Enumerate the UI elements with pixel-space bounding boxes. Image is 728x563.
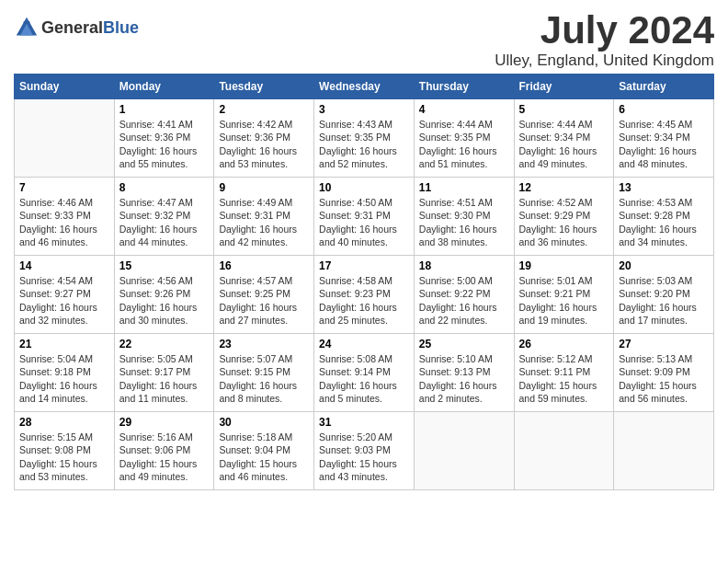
day-number: 1 [119,103,210,116]
day-cell: 20Sunrise: 5:03 AM Sunset: 9:20 PM Dayli… [614,256,714,334]
day-info: Sunrise: 4:58 AM Sunset: 9:23 PM Dayligh… [319,274,409,327]
day-info: Sunrise: 5:20 AM Sunset: 9:03 PM Dayligh… [319,431,409,483]
location-title: Ulley, England, United Kingdom [495,52,714,70]
header-row: SundayMondayTuesdayWednesdayThursdayFrid… [15,75,714,99]
day-info: Sunrise: 4:54 AM Sunset: 9:27 PM Dayligh… [19,274,109,327]
day-info: Sunrise: 4:46 AM Sunset: 9:33 PM Dayligh… [19,196,109,248]
day-info: Sunrise: 5:01 AM Sunset: 9:21 PM Dayligh… [519,274,609,327]
day-number: 22 [119,338,210,350]
day-number: 2 [219,103,309,116]
day-info: Sunrise: 5:13 AM Sunset: 9:09 PM Dayligh… [619,352,709,405]
day-number: 7 [19,181,109,194]
day-cell: 5Sunrise: 4:44 AM Sunset: 9:34 PM Daylig… [514,99,614,178]
day-cell: 23Sunrise: 5:07 AM Sunset: 9:15 PM Dayli… [214,334,314,412]
day-number: 9 [219,181,309,194]
header-cell-saturday: Saturday [614,75,714,99]
day-cell: 4Sunrise: 4:44 AM Sunset: 9:35 PM Daylig… [414,99,514,178]
header: GeneralBlue July 2024 Ulley, England, Un… [14,9,714,70]
day-info: Sunrise: 4:57 AM Sunset: 9:25 PM Dayligh… [219,274,309,327]
day-number: 23 [219,338,309,350]
day-info: Sunrise: 4:44 AM Sunset: 9:34 PM Dayligh… [519,118,609,170]
day-number: 13 [619,181,709,194]
day-cell [414,412,514,490]
day-info: Sunrise: 5:08 AM Sunset: 9:14 PM Dayligh… [319,352,409,405]
day-cell [514,412,614,490]
day-number: 29 [119,416,210,429]
day-number: 16 [219,259,309,272]
day-info: Sunrise: 4:42 AM Sunset: 9:36 PM Dayligh… [219,118,309,170]
day-cell: 21Sunrise: 5:04 AM Sunset: 9:18 PM Dayli… [15,334,115,412]
day-number: 27 [619,338,709,350]
day-cell: 12Sunrise: 4:52 AM Sunset: 9:29 PM Dayli… [514,178,614,256]
day-cell: 10Sunrise: 4:50 AM Sunset: 9:31 PM Dayli… [314,178,415,256]
day-info: Sunrise: 4:56 AM Sunset: 9:26 PM Dayligh… [119,274,210,327]
day-cell: 13Sunrise: 4:53 AM Sunset: 9:28 PM Dayli… [614,178,714,256]
day-number: 10 [319,181,409,194]
day-cell [15,99,115,178]
day-number: 11 [419,181,509,194]
day-info: Sunrise: 5:10 AM Sunset: 9:13 PM Dayligh… [419,352,509,405]
day-cell: 29Sunrise: 5:16 AM Sunset: 9:06 PM Dayli… [114,412,214,490]
day-info: Sunrise: 4:41 AM Sunset: 9:36 PM Dayligh… [119,118,210,170]
day-info: Sunrise: 4:51 AM Sunset: 9:30 PM Dayligh… [419,196,509,248]
day-cell: 22Sunrise: 5:05 AM Sunset: 9:17 PM Dayli… [114,334,214,412]
day-info: Sunrise: 4:53 AM Sunset: 9:28 PM Dayligh… [619,196,709,248]
day-cell: 31Sunrise: 5:20 AM Sunset: 9:03 PM Dayli… [314,412,415,490]
day-cell: 1Sunrise: 4:41 AM Sunset: 9:36 PM Daylig… [114,99,214,178]
week-row-1: 1Sunrise: 4:41 AM Sunset: 9:36 PM Daylig… [15,99,714,178]
svg-rect-2 [24,21,30,24]
day-cell: 15Sunrise: 4:56 AM Sunset: 9:26 PM Dayli… [114,256,214,334]
day-number: 5 [519,103,609,116]
day-cell: 14Sunrise: 4:54 AM Sunset: 9:27 PM Dayli… [15,256,115,334]
day-info: Sunrise: 5:07 AM Sunset: 9:15 PM Dayligh… [219,352,309,405]
logo: GeneralBlue [14,15,139,40]
day-number: 17 [319,259,409,272]
day-cell: 17Sunrise: 4:58 AM Sunset: 9:23 PM Dayli… [314,256,415,334]
day-cell: 24Sunrise: 5:08 AM Sunset: 9:14 PM Dayli… [314,334,415,412]
day-number: 15 [119,259,210,272]
week-row-5: 28Sunrise: 5:15 AM Sunset: 9:08 PM Dayli… [15,412,714,490]
day-cell [614,412,714,490]
day-cell: 3Sunrise: 4:43 AM Sunset: 9:35 PM Daylig… [314,99,415,178]
day-info: Sunrise: 5:00 AM Sunset: 9:22 PM Dayligh… [419,274,509,327]
header-cell-sunday: Sunday [15,75,115,99]
day-info: Sunrise: 4:43 AM Sunset: 9:35 PM Dayligh… [319,118,409,170]
day-info: Sunrise: 5:18 AM Sunset: 9:04 PM Dayligh… [219,431,309,483]
day-cell: 9Sunrise: 4:49 AM Sunset: 9:31 PM Daylig… [214,178,314,256]
day-cell: 28Sunrise: 5:15 AM Sunset: 9:08 PM Dayli… [15,412,115,490]
day-cell: 7Sunrise: 4:46 AM Sunset: 9:33 PM Daylig… [15,178,115,256]
day-info: Sunrise: 4:52 AM Sunset: 9:29 PM Dayligh… [519,196,609,248]
calendar-table: SundayMondayTuesdayWednesdayThursdayFrid… [14,74,714,490]
day-info: Sunrise: 5:15 AM Sunset: 9:08 PM Dayligh… [19,431,109,483]
day-number: 26 [519,338,609,350]
day-number: 31 [319,416,409,429]
week-row-3: 14Sunrise: 4:54 AM Sunset: 9:27 PM Dayli… [15,256,714,334]
calendar-body: 1Sunrise: 4:41 AM Sunset: 9:36 PM Daylig… [15,99,714,490]
day-number: 30 [219,416,309,429]
day-number: 25 [419,338,509,350]
day-number: 14 [19,259,109,272]
day-number: 18 [419,259,509,272]
day-cell: 16Sunrise: 4:57 AM Sunset: 9:25 PM Dayli… [214,256,314,334]
day-cell: 11Sunrise: 4:51 AM Sunset: 9:30 PM Dayli… [414,178,514,256]
header-cell-friday: Friday [514,75,614,99]
day-number: 8 [119,181,210,194]
day-number: 20 [619,259,709,272]
week-row-2: 7Sunrise: 4:46 AM Sunset: 9:33 PM Daylig… [15,178,714,256]
day-info: Sunrise: 4:49 AM Sunset: 9:31 PM Dayligh… [219,196,309,248]
day-number: 19 [519,259,609,272]
day-info: Sunrise: 5:05 AM Sunset: 9:17 PM Dayligh… [119,352,210,405]
month-title: July 2024 [495,9,714,52]
day-cell: 30Sunrise: 5:18 AM Sunset: 9:04 PM Dayli… [214,412,314,490]
day-cell: 27Sunrise: 5:13 AM Sunset: 9:09 PM Dayli… [614,334,714,412]
day-info: Sunrise: 5:03 AM Sunset: 9:20 PM Dayligh… [619,274,709,327]
header-cell-monday: Monday [114,75,214,99]
day-cell: 26Sunrise: 5:12 AM Sunset: 9:11 PM Dayli… [514,334,614,412]
header-cell-wednesday: Wednesday [314,75,415,99]
day-number: 4 [419,103,509,116]
day-cell: 8Sunrise: 4:47 AM Sunset: 9:32 PM Daylig… [114,178,214,256]
day-number: 21 [19,338,109,350]
header-cell-thursday: Thursday [414,75,514,99]
day-info: Sunrise: 4:50 AM Sunset: 9:31 PM Dayligh… [319,196,409,248]
title-area: July 2024 Ulley, England, United Kingdom [495,9,714,70]
